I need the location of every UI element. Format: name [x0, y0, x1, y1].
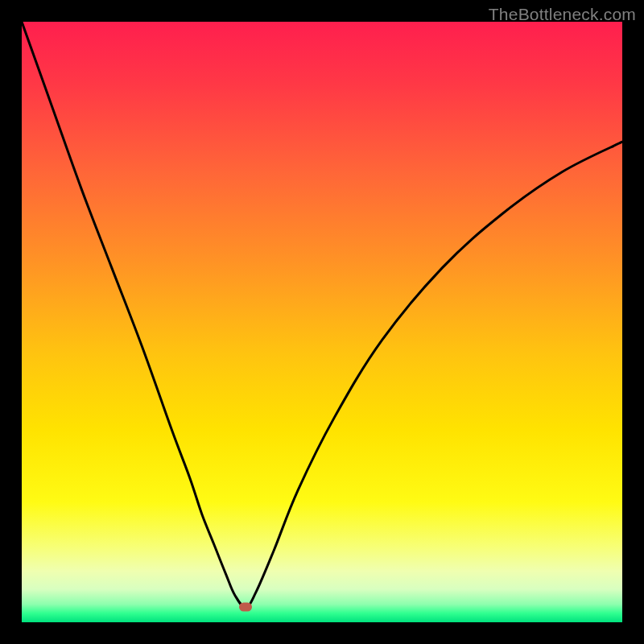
watermark-text: TheBottleneck.com: [489, 5, 636, 24]
optimum-marker: [239, 603, 252, 612]
bottleneck-curve: [22, 22, 622, 622]
chart-frame: [22, 22, 622, 622]
